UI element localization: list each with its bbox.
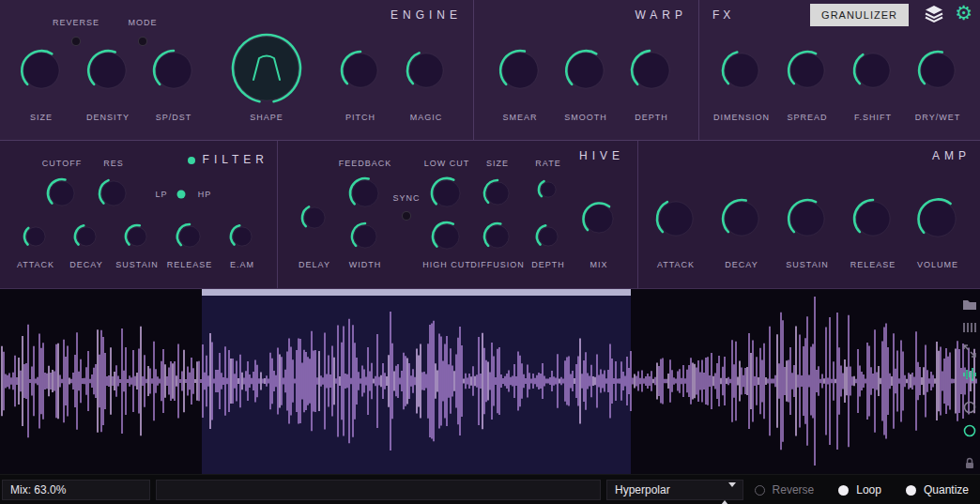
waveform-icon[interactable]: [962, 367, 977, 382]
diffusion-knob[interactable]: [479, 218, 516, 255]
cutoff-knob-label: CUTOFF: [42, 159, 82, 168]
volume-knob[interactable]: [912, 193, 963, 244]
filter-lp-hp-toggle[interactable]: [177, 191, 186, 199]
depth-knob[interactable]: [531, 220, 565, 253]
low-cut-knob[interactable]: [426, 173, 467, 214]
fit-icon[interactable]: [962, 344, 977, 359]
ruler-icon[interactable]: [962, 320, 977, 335]
mode-dropdown[interactable]: Hyperpolar: [606, 480, 743, 500]
decay-knob[interactable]: [717, 194, 766, 243]
width-knob-label: WIDTH: [349, 260, 382, 269]
sample-path-field[interactable]: [156, 480, 601, 500]
waveform-display[interactable]: [0, 289, 980, 474]
magic-knob[interactable]: [402, 46, 451, 95]
feedback-knob[interactable]: [345, 173, 386, 214]
dry-wet-knob[interactable]: [913, 46, 962, 95]
reverse-toggle-label: REVERSE: [53, 18, 100, 27]
attack-knob[interactable]: [651, 194, 700, 243]
release-knob[interactable]: [172, 219, 207, 254]
feedback-knob-label: FEEDBACK: [339, 159, 392, 168]
f-shift-knob-label: F.SHIFT: [854, 113, 892, 122]
mix-knob-label: MIX: [590, 260, 607, 269]
density-knob[interactable]: [83, 45, 133, 96]
smear-knob[interactable]: [495, 45, 545, 96]
rate-knob-label: RATE: [535, 159, 560, 168]
width-knob[interactable]: [346, 218, 384, 255]
mode-toggle[interactable]: [138, 37, 147, 46]
quantize-toggle[interactable]: Quantize: [906, 483, 969, 496]
filter-panel: FILTER LP HP CUTOFFRESATTACKDECAYSUSTAIN…: [0, 141, 278, 289]
dimension-knob-label: DIMENSION: [713, 113, 770, 122]
amp-panel-title: AMP: [932, 149, 971, 162]
crossfade-circle-icon[interactable]: [962, 423, 977, 438]
filter-panel-title: FILTER: [188, 153, 268, 166]
loop-circle-icon[interactable]: [962, 400, 977, 415]
settings-gear-icon[interactable]: ⚙: [955, 3, 972, 23]
mode-dropdown-value: Hyperpolar: [615, 483, 670, 496]
sustain-knob-label: SUSTAIN: [115, 260, 158, 269]
mix-value: Mix: 63.0%: [10, 483, 66, 496]
reverse-toggle[interactable]: [71, 37, 81, 46]
mix-knob[interactable]: [577, 197, 620, 240]
size-knob[interactable]: [16, 45, 67, 96]
quantize-radio-icon: [906, 485, 916, 496]
cutoff-knob[interactable]: [42, 174, 82, 213]
decay-knob[interactable]: [69, 220, 103, 253]
lock-icon[interactable]: [962, 456, 977, 471]
delay-knob[interactable]: [297, 200, 332, 236]
hive-panel: HIVE SYNC FEEDBACKLOW CUTSIZERATEDELAYWI…: [278, 141, 638, 289]
e-am-knob[interactable]: [225, 220, 259, 253]
granulizer-preset-button[interactable]: GRANULIZER: [810, 4, 909, 26]
reverse-radio-icon: [755, 485, 765, 496]
depth-knob[interactable]: [626, 45, 677, 96]
smear-knob-label: SMEAR: [502, 113, 537, 122]
sustain-knob[interactable]: [783, 194, 832, 243]
sync-toggle[interactable]: [402, 211, 411, 221]
engine-panel-title: ENGINE: [390, 8, 462, 22]
sp-dst-knob-label: SP/DST: [156, 113, 192, 122]
warp-panel-title: WARP: [635, 8, 687, 22]
size-knob[interactable]: [479, 175, 516, 212]
mode-toggle-label: MODE: [129, 18, 158, 27]
sustain-knob-label: SUSTAIN: [786, 260, 828, 269]
granulizer-plugin-window: ENGINE SIZEDENSITYSP/DSTSHAPEPITCHMAGICR…: [0, 0, 980, 504]
fx-panel: FX GRANULIZER ⚙ DIMENSIONSPREADF.SHIFTDR…: [699, 0, 980, 141]
release-knob[interactable]: [849, 194, 897, 243]
f-shift-knob[interactable]: [849, 46, 897, 95]
stepper-arrows-icon[interactable]: [721, 484, 736, 503]
depth-knob-label: DEPTH: [635, 113, 668, 122]
smooth-knob-label: SMOOTH: [564, 113, 607, 122]
attack-knob-label: ATTACK: [17, 260, 54, 269]
presets-stack-icon[interactable]: [924, 5, 944, 26]
reverse-toggle[interactable]: Reverse: [755, 483, 815, 496]
folder-icon[interactable]: [962, 297, 977, 312]
dimension-knob[interactable]: [717, 46, 766, 95]
res-knob[interactable]: [94, 174, 133, 213]
sp-dst-knob[interactable]: [148, 45, 199, 96]
decay-knob-label: DECAY: [725, 260, 758, 269]
dry-wet-knob-label: DRY/WET: [915, 113, 960, 122]
decay-knob-label: DECAY: [69, 260, 102, 269]
shape-knob[interactable]: [227, 29, 306, 108]
rate-knob[interactable]: [533, 175, 563, 205]
smooth-knob[interactable]: [560, 45, 611, 96]
filter-enable-led[interactable]: [188, 157, 195, 164]
spread-knob[interactable]: [783, 46, 832, 95]
waveform-svg[interactable]: [0, 289, 980, 474]
delay-knob-label: DELAY: [299, 260, 330, 269]
low-cut-knob-label: LOW CUT: [424, 159, 470, 168]
loop-radio-icon: [838, 485, 849, 496]
loop-toggle[interactable]: Loop: [838, 483, 881, 496]
sync-label: SYNC: [392, 193, 420, 203]
magic-knob-label: MAGIC: [410, 113, 443, 122]
high-cut-knob[interactable]: [427, 217, 467, 256]
pitch-knob[interactable]: [336, 46, 385, 95]
depth-knob-label: DEPTH: [531, 260, 565, 269]
fx-panel-title: FX: [712, 8, 734, 22]
attack-knob[interactable]: [19, 220, 53, 253]
mix-field[interactable]: Mix: 63.0%: [2, 480, 150, 500]
hive-panel-title: HIVE: [579, 149, 624, 162]
release-knob-label: RELEASE: [167, 260, 213, 269]
sustain-knob[interactable]: [120, 220, 154, 253]
res-knob-label: RES: [103, 159, 124, 168]
